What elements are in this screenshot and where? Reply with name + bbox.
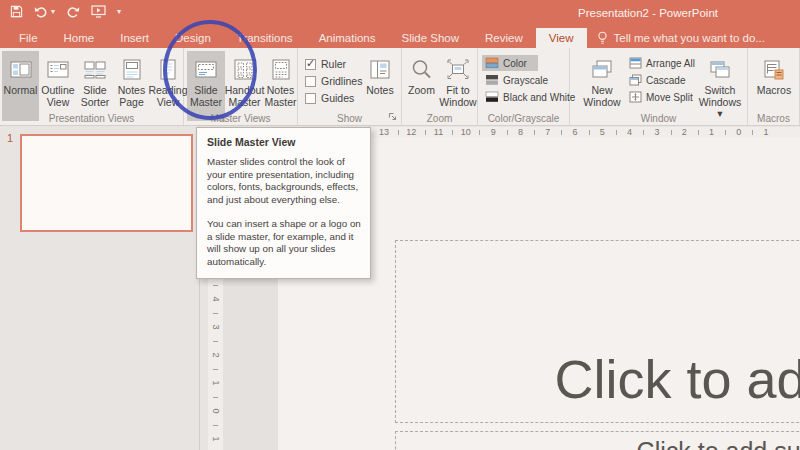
slide-sorter-button[interactable]: Slide Sorter	[77, 51, 113, 121]
ruler-checkbox-row[interactable]: Ruler	[305, 57, 346, 71]
grayscale-button[interactable]: Grayscale	[482, 72, 551, 88]
gridlines-checkbox-row[interactable]: Gridlines	[305, 74, 362, 88]
ruler-tick-label: 1	[698, 127, 725, 138]
ruler-tick-label: 4	[616, 127, 643, 138]
group-color-grayscale: Color Grayscale Black and White Color/Gr…	[478, 48, 570, 125]
ribbon-tab[interactable]: Animations	[306, 28, 389, 48]
redo-icon[interactable]	[66, 6, 80, 18]
ribbon-tab[interactable]: File	[6, 28, 51, 48]
slide-number: 1	[7, 132, 13, 144]
ruler-tick-label: 1	[208, 369, 223, 397]
slide-thumbnail[interactable]	[20, 134, 193, 232]
ruler-tick-label: 3	[208, 313, 223, 341]
group-label-zoom: Zoom	[402, 113, 477, 124]
ribbon-tab[interactable]: Slide Show	[389, 28, 473, 48]
guides-checkbox[interactable]	[305, 93, 316, 104]
quick-access-toolbar: ▾ ▾	[10, 5, 121, 18]
ruler-tick-label: 0	[725, 127, 752, 138]
black-and-white-icon	[485, 91, 499, 103]
gridlines-checkbox[interactable]	[305, 76, 316, 87]
handout-master-button[interactable]: Handout Master	[226, 51, 263, 121]
undo-icon[interactable]: ▾	[34, 6, 55, 18]
color-icon	[485, 57, 499, 69]
group-macros: Macros Macros	[748, 48, 800, 125]
slide-master-icon	[194, 55, 218, 85]
lightbulb-icon	[597, 31, 608, 45]
ribbon-tab[interactable]: Insert	[107, 28, 162, 48]
notes-page-icon	[120, 55, 144, 85]
tooltip-body-1: Master slides control the look of your e…	[207, 156, 361, 206]
save-icon[interactable]	[10, 5, 23, 18]
handout-master-icon	[233, 55, 257, 85]
ribbon-tab-bar: FileHomeInsertDesignTransitionsAnimation…	[0, 28, 800, 48]
ruler-tick-label: 3	[643, 127, 670, 138]
color-button[interactable]: Color	[482, 55, 538, 71]
tooltip-body-2: You can insert a shape or a logo on a sl…	[207, 218, 361, 268]
group-label-window: Window	[570, 113, 747, 124]
normal-view-button[interactable]: Normal	[2, 51, 39, 121]
ribbon-tab[interactable]: Review	[472, 28, 536, 48]
new-window-button[interactable]: New Window	[582, 51, 622, 121]
group-show: Ruler Gridlines Guides Notes Show	[298, 48, 402, 125]
guides-checkbox-row[interactable]: Guides	[305, 91, 354, 105]
ribbon-tab[interactable]: Design	[162, 28, 224, 48]
notes-button[interactable]: Notes	[362, 51, 398, 121]
notes-page-button[interactable]: Notes Page	[114, 51, 149, 121]
group-label-master-views: Master Views	[184, 113, 297, 124]
ribbon-tab[interactable]: Transitions	[224, 28, 306, 48]
notes-icon	[368, 55, 392, 85]
group-label-macros: Macros	[748, 113, 799, 124]
new-window-icon	[590, 55, 614, 85]
ruler-checkbox[interactable]	[305, 59, 316, 70]
fit-to-window-button[interactable]: Fit to Window	[440, 51, 476, 121]
ribbon-tab[interactable]: View	[536, 28, 587, 48]
grayscale-icon	[485, 74, 499, 86]
macros-button[interactable]: Macros	[754, 51, 794, 121]
black-and-white-button[interactable]: Black and White	[482, 89, 578, 105]
slide-master-button[interactable]: Slide Master	[187, 51, 225, 121]
outline-view-button[interactable]: Outline View	[40, 51, 76, 121]
move-split-button[interactable]: Move Split	[626, 89, 696, 105]
tell-me-box[interactable]: Tell me what you want to do...	[597, 28, 766, 48]
ruler-tick-label: 5	[589, 127, 616, 138]
ruler-tick-label: 7	[534, 127, 561, 138]
ruler-tick-label: 12	[398, 127, 425, 138]
group-label-presentation-views: Presentation Views	[0, 113, 183, 124]
title-placeholder-text: Click to add title	[396, 348, 800, 410]
fit-to-window-icon	[446, 55, 470, 85]
notes-master-button[interactable]: Notes Master	[264, 51, 297, 121]
ruler-tick-label: 2	[208, 341, 223, 369]
ruler-tick-label: 0	[208, 397, 223, 425]
subtitle-placeholder[interactable]: Click to add subtitle	[395, 431, 800, 450]
ruler-tick-label: 11	[425, 127, 452, 138]
arrange-all-button[interactable]: Arrange All	[626, 55, 698, 71]
ribbon-tab[interactable]: Home	[51, 28, 108, 48]
customize-qat-caret[interactable]: ▾	[117, 8, 121, 16]
cascade-icon	[629, 74, 642, 86]
reading-view-button[interactable]: Reading View	[150, 51, 186, 121]
normal-view-icon	[9, 55, 33, 85]
start-slideshow-icon[interactable]	[91, 5, 106, 18]
zoom-button[interactable]: Zoom	[405, 51, 438, 121]
move-split-icon	[629, 91, 642, 103]
group-zoom: Zoom Fit to Window Zoom	[402, 48, 478, 125]
group-presentation-views: Normal Outline View Slide Sorter Notes P…	[0, 48, 184, 125]
undo-dropdown-caret[interactable]: ▾	[51, 8, 55, 16]
switch-windows-button[interactable]: Switch Windows ▾	[696, 51, 744, 121]
ruler-tick-label: 4	[208, 285, 223, 313]
tell-me-label: Tell me what you want to do...	[614, 32, 766, 44]
cascade-button[interactable]: Cascade	[626, 72, 688, 88]
ruler-tick-label: 13	[370, 127, 397, 138]
group-label-color-grayscale: Color/Grayscale	[478, 113, 569, 124]
subtitle-placeholder-text: Click to add subtitle	[396, 437, 800, 450]
ruler-tick-label: 6	[561, 127, 588, 138]
group-window: New Window Arrange All Cascade Move Spli…	[570, 48, 748, 125]
zoom-icon	[410, 55, 434, 85]
tooltip-title: Slide Master View	[207, 136, 361, 148]
ruler-tick-label: 9	[479, 127, 506, 138]
ruler-tick-label: 10	[452, 127, 479, 138]
title-placeholder[interactable]: Click to add title	[395, 240, 800, 423]
arrange-all-icon	[629, 57, 642, 69]
slide-thumbnail-panel: 1	[0, 126, 200, 450]
slide-sorter-icon	[83, 55, 107, 85]
